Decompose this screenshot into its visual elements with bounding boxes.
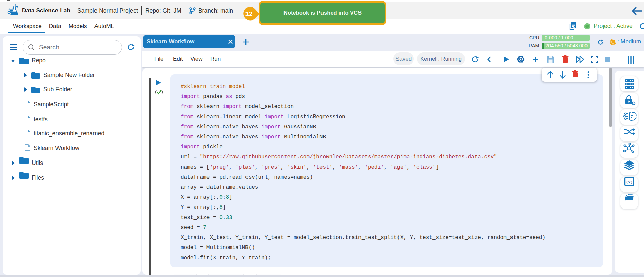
svg-text:(x): (x): [626, 180, 633, 184]
svg-text:12: 12: [245, 10, 252, 17]
